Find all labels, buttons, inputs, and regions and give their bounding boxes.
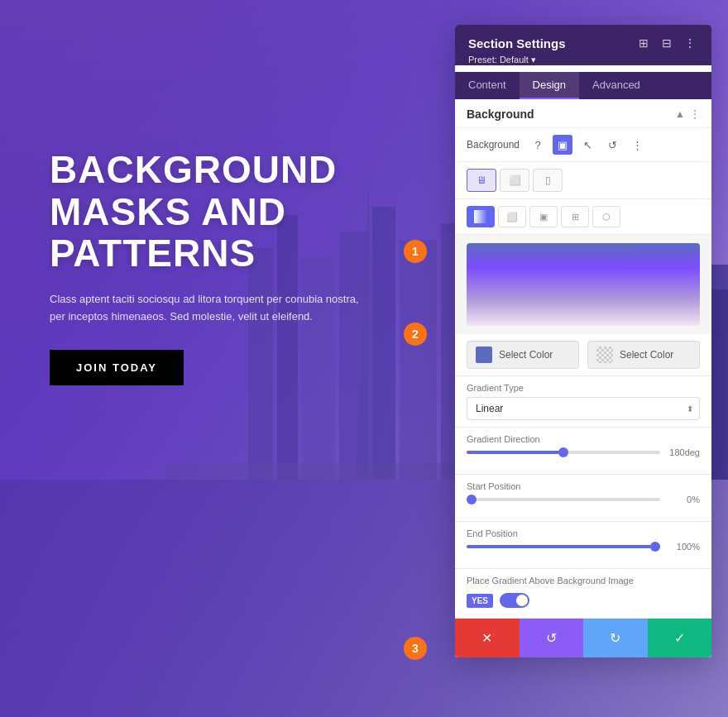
bg-ctrl-reset[interactable]: ↺ xyxy=(602,135,622,155)
subtype-pattern-tab[interactable]: ⊞ xyxy=(561,206,589,227)
background-section-header: Background ▲ ⋮ xyxy=(455,99,711,128)
confirm-button[interactable]: ✓ xyxy=(648,619,712,657)
gradient-type-section: Gradient Type Linear xyxy=(455,376,711,427)
panel-header-icons: ⊞ ⊟ ⋮ xyxy=(635,35,698,51)
hero-text-block: BACKGROUND MASKS AND PATTERNS Class apte… xyxy=(50,149,364,385)
background-controls-row: Background ? ▣ ↖ ↺ ⋮ xyxy=(455,128,711,162)
collapse-icon[interactable]: ▲ xyxy=(675,108,685,120)
toggle-section: Place Gradient Above Background Image YE… xyxy=(455,569,711,618)
subtype-gradient-tab[interactable] xyxy=(467,206,495,227)
start-position-section: Start Position 0% xyxy=(455,475,711,521)
layer-tablet-tab[interactable]: ⬜ xyxy=(500,169,529,192)
background-section-title: Background xyxy=(467,108,534,121)
start-position-track xyxy=(467,498,660,501)
subtype-image-tab[interactable]: ⬜ xyxy=(498,206,526,227)
panel-title: Section Settings xyxy=(468,36,566,50)
hero-cta-button[interactable]: JOIN TODAY xyxy=(50,350,184,385)
gradient-preview xyxy=(467,243,700,326)
color-picker-1-label: Select Color xyxy=(499,349,553,361)
panel-header: Section Settings ⊞ ⊟ ⋮ Preset: Default ▾ xyxy=(455,25,711,65)
gradient-direction-slider-row: 180deg xyxy=(467,447,700,457)
start-position-slider-row: 0% xyxy=(467,495,700,504)
color-swatch-1 xyxy=(476,347,492,363)
layer-mobile-tab[interactable]: ▯ xyxy=(533,169,563,192)
end-position-value: 100% xyxy=(667,542,700,552)
bg-ctrl-more[interactable]: ⋮ xyxy=(627,135,647,155)
color-row: Select Color Select Color xyxy=(455,334,711,375)
panel-icon-more[interactable]: ⋮ xyxy=(682,35,698,51)
panel-body: Background ▲ ⋮ Background ? ▣ ↖ ↺ ⋮ 🖥 ⬜ … xyxy=(455,99,711,657)
step-badge-1: 1 xyxy=(404,240,427,263)
panel-tabs: Content Design Advanced xyxy=(455,72,711,99)
end-position-label: End Position xyxy=(467,528,700,538)
background-label: Background xyxy=(467,139,520,151)
cancel-icon: ✕ xyxy=(481,630,492,646)
toggle-row: YES xyxy=(467,590,700,611)
color-picker-2[interactable]: Select Color xyxy=(587,341,700,369)
panel-icon-columns[interactable]: ⊟ xyxy=(659,35,675,51)
color-swatch-2 xyxy=(596,347,613,363)
tab-advanced[interactable]: Advanced xyxy=(579,72,654,99)
step-badge-3: 3 xyxy=(404,637,427,660)
gradient-type-label: Gradient Type xyxy=(467,383,700,393)
gradient-direction-thumb[interactable] xyxy=(558,447,568,457)
undo-icon: ↺ xyxy=(546,630,557,646)
start-position-label: Start Position xyxy=(467,481,700,491)
tab-content[interactable]: Content xyxy=(455,72,520,99)
gradient-direction-fill xyxy=(467,451,563,454)
help-icon[interactable]: ? xyxy=(528,135,548,155)
color-picker-2-label: Select Color xyxy=(620,349,673,361)
settings-panel: Section Settings ⊞ ⊟ ⋮ Preset: Default ▾… xyxy=(455,25,711,657)
bg-ctrl-cursor[interactable]: ↖ xyxy=(577,135,597,155)
color-picker-1[interactable]: Select Color xyxy=(467,341,579,369)
toggle-label: Place Gradient Above Background Image xyxy=(467,576,700,586)
gradient-direction-label: Gradient Direction xyxy=(467,434,700,444)
end-position-track xyxy=(467,545,660,548)
undo-button[interactable]: ↺ xyxy=(520,619,584,657)
svg-rect-6 xyxy=(400,240,437,480)
redo-button[interactable]: ↻ xyxy=(583,619,648,657)
gradient-type-select[interactable]: Linear xyxy=(467,397,700,420)
background-section-icons: ▲ ⋮ xyxy=(675,108,700,120)
start-position-thumb[interactable] xyxy=(467,495,477,504)
layer-type-tabs: 🖥 ⬜ ▯ xyxy=(455,162,711,199)
bg-ctrl-active[interactable]: ▣ xyxy=(553,135,572,155)
end-position-fill xyxy=(467,545,660,548)
subtype-tabs: ⬜ ▣ ⊞ ⬡ xyxy=(455,199,711,235)
panel-preset[interactable]: Preset: Default ▾ xyxy=(468,55,698,65)
end-position-slider-row: 100% xyxy=(467,542,700,552)
subtype-video-tab[interactable]: ▣ xyxy=(529,206,558,227)
panel-icon-grid[interactable]: ⊞ xyxy=(635,35,652,51)
gradient-direction-value: 180deg xyxy=(667,447,700,457)
gradient-direction-section: Gradient Direction 180deg xyxy=(455,428,711,474)
tab-design[interactable]: Design xyxy=(520,72,579,99)
toggle-switch[interactable] xyxy=(500,593,529,608)
gradient-icon xyxy=(474,210,487,223)
hero-title: BACKGROUND MASKS AND PATTERNS xyxy=(50,149,364,275)
end-position-section: End Position 100% xyxy=(455,522,711,568)
more-icon[interactable]: ⋮ xyxy=(690,108,700,120)
start-position-value: 0% xyxy=(667,495,700,504)
panel-title-row: Section Settings ⊞ ⊟ ⋮ xyxy=(468,35,698,51)
gradient-direction-track xyxy=(467,451,660,454)
subtype-mask-tab[interactable]: ⬡ xyxy=(592,206,620,227)
cancel-button[interactable]: ✕ xyxy=(455,619,520,657)
step-badge-2: 2 xyxy=(404,323,427,346)
gradient-type-wrapper: Linear xyxy=(467,397,700,420)
end-position-thumb[interactable] xyxy=(650,542,660,552)
layer-desktop-tab[interactable]: 🖥 xyxy=(467,169,496,192)
panel-footer: ✕ ↺ ↻ ✓ xyxy=(455,618,711,657)
toggle-yes-label: YES xyxy=(467,594,493,608)
hero-subtitle: Class aptent taciti sociosqu ad litora t… xyxy=(50,291,364,326)
redo-icon: ↻ xyxy=(610,630,620,646)
confirm-icon: ✓ xyxy=(674,630,685,646)
svg-rect-16 xyxy=(474,210,487,223)
